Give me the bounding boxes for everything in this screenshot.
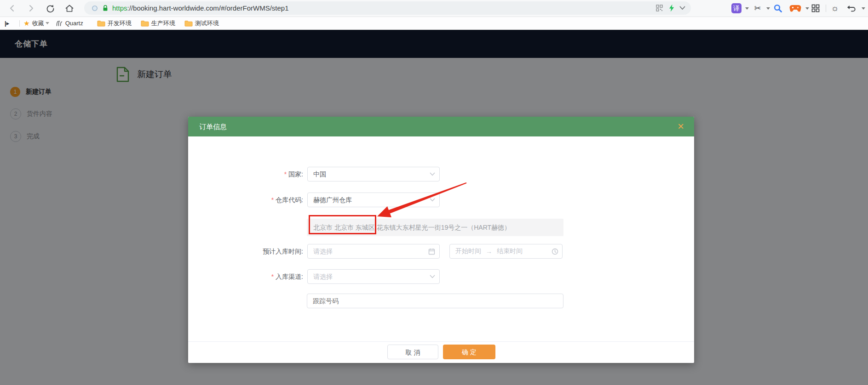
chevron-down-icon: [430, 198, 435, 202]
folder-icon: [141, 20, 149, 27]
games-caret-icon[interactable]: [805, 7, 809, 10]
country-label: *国家:: [188, 167, 303, 181]
bookmark-folder-dev[interactable]: 开发环境: [97, 19, 132, 28]
back-button[interactable]: [6, 2, 18, 14]
confirm-button[interactable]: 确 定: [443, 345, 495, 359]
screenshot-button[interactable]: ✂: [752, 2, 764, 14]
translate-icon: 译: [731, 3, 742, 13]
cancel-button[interactable]: 取 消: [387, 345, 438, 359]
scissors-icon: ✂: [754, 3, 761, 13]
grid-icon: [811, 4, 820, 12]
games-button[interactable]: [789, 2, 801, 14]
star-icon: ★: [23, 19, 29, 28]
time-range-picker[interactable]: 开始时间 → 结束时间: [449, 244, 563, 259]
gamepad-icon: [789, 4, 801, 12]
chevron-down-icon: [430, 275, 435, 278]
close-icon[interactable]: ×: [674, 117, 688, 136]
dialog-header: 订单信息 ×: [188, 117, 694, 136]
theme-button[interactable]: ☼: [829, 2, 841, 14]
folder-icon: [184, 20, 193, 27]
country-value: 中国: [313, 167, 326, 181]
search-icon: [773, 4, 782, 13]
folder-label: 开发环境: [108, 19, 132, 28]
bookmark-folder-test[interactable]: 测试环境: [184, 19, 219, 28]
refresh-icon: [46, 4, 55, 13]
warehouse-select[interactable]: 赫德广州仓库: [307, 192, 440, 207]
forward-icon: [27, 4, 35, 12]
toolbar-divider: [826, 5, 826, 12]
forward-button[interactable]: [25, 2, 37, 14]
lightning-icon[interactable]: [668, 4, 675, 12]
undo-button[interactable]: [845, 2, 857, 14]
clock-icon: [552, 248, 558, 255]
folder-label: 测试环境: [195, 19, 219, 28]
favorites-label: 收藏: [32, 19, 44, 28]
folder-icon: [97, 20, 105, 27]
home-icon: [65, 4, 74, 13]
bookmarks-divider: [19, 20, 20, 27]
address-bar[interactable]: https://booking.hart-worldwide.com/#/ord…: [84, 1, 691, 15]
undo-caret-icon[interactable]: [862, 7, 865, 10]
channel-label: *入库渠道:: [188, 269, 303, 284]
back-icon: [8, 4, 17, 12]
url-text: https://booking.hart-worldwide.com/#/ord…: [112, 4, 289, 12]
favorites-caret-icon: [46, 22, 49, 24]
side-panel-toggle[interactable]: |▸: [5, 20, 9, 27]
favorites-menu[interactable]: ★ 收藏: [23, 19, 49, 28]
warehouse-value: 赫德广州仓库: [313, 193, 352, 207]
eta-placeholder: 请选择: [313, 244, 333, 258]
folder-label: 生产环境: [151, 19, 175, 28]
search-button[interactable]: [772, 2, 784, 14]
lock-icon: [102, 5, 109, 11]
qr-code-icon[interactable]: [656, 5, 663, 11]
translate-caret-icon[interactable]: [745, 7, 749, 10]
apps-grid-button[interactable]: [810, 2, 822, 14]
time-end-placeholder: 结束时间: [497, 247, 523, 255]
eta-date-picker[interactable]: 请选择: [307, 244, 440, 259]
bookmark-quartz[interactable]: Quartz: [56, 20, 83, 27]
screenshot-caret-icon[interactable]: [766, 7, 770, 10]
order-info-dialog: 订单信息 × *国家: 中国 *仓库代码: 赫德广州仓库 北京市 北京市 东城区…: [188, 117, 694, 363]
bookmark-label: Quartz: [65, 20, 83, 27]
dialog-title: 订单信息: [199, 117, 694, 136]
dialog-footer: 取 消 确 定: [188, 341, 694, 363]
web-page: 仓储下单 新建订单 1 新建订单 2 货件内容 3 完成 订单信息 × *国家:…: [0, 30, 868, 385]
chevron-down-icon[interactable]: [679, 6, 685, 10]
channel-select[interactable]: 请选择: [307, 269, 440, 284]
sun-icon: ☼: [831, 3, 839, 13]
translate-button[interactable]: 译: [730, 2, 742, 14]
undo-icon: [847, 4, 856, 12]
tracking-number-input[interactable]: [307, 294, 563, 308]
range-arrow: →: [486, 248, 492, 255]
chevron-down-icon: [430, 172, 435, 176]
time-start-placeholder: 开始时间: [455, 247, 481, 255]
refresh-button[interactable]: [44, 2, 56, 14]
calendar-icon: [428, 248, 435, 255]
home-button[interactable]: [63, 2, 75, 14]
channel-placeholder: 请选择: [313, 270, 333, 283]
warehouse-label: *仓库代码:: [188, 192, 303, 207]
browser-toolbar: https://booking.hart-worldwide.com/#/ord…: [0, 0, 868, 17]
bookmarks-bar: |▸ ★ 收藏 Quartz 开发环境 生产环境 测试环境: [0, 17, 868, 30]
quartz-icon: [56, 20, 63, 27]
tracking-number-input-wrap: [307, 294, 563, 308]
annotation-highlight-box: [309, 215, 376, 234]
site-info-icon[interactable]: [92, 5, 98, 11]
country-select[interactable]: 中国: [307, 167, 440, 181]
bookmark-folder-prod[interactable]: 生产环境: [141, 19, 175, 28]
eta-label: 预计入库时间:: [188, 244, 303, 259]
address-rest: 花东镇大东村星光一街19号之一（HART赫德）: [375, 224, 511, 231]
